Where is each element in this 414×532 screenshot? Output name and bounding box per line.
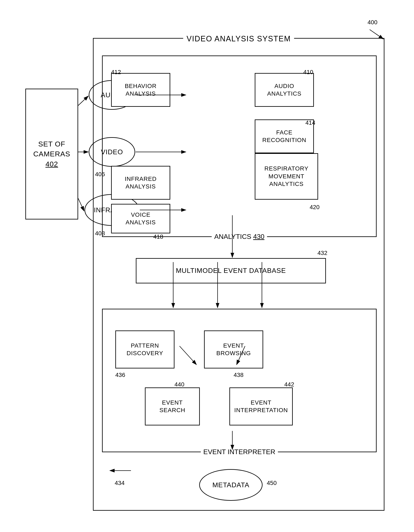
behavior-analysis-box: BEHAVIORANALYSIS: [111, 73, 170, 107]
event-search-box: EVENTSEARCH: [145, 388, 200, 426]
ref-442: 442: [284, 381, 294, 388]
event-interpretation-box: EVENTINTERPRETATION: [229, 388, 293, 426]
ref-410: 410: [303, 69, 313, 76]
metadata-label: METADATA: [212, 481, 249, 489]
analytics-box: ANALYTICS 430 BEHAVIORANALYSIS 412 AUDIO…: [102, 56, 377, 237]
ref-436: 436: [115, 372, 125, 378]
voice-analysis-box: VOICEANALYSIS: [111, 204, 170, 233]
ref-412: 412: [111, 69, 121, 76]
ref-420: 420: [310, 204, 320, 211]
ref-432: 432: [317, 250, 327, 256]
cameras-label-line2: CAMERAS: [33, 149, 70, 159]
video-analysis-title: VIDEO ANALYSIS SYSTEM: [183, 34, 294, 43]
event-interpreter-label: EVENT INTERPRETER: [201, 448, 278, 456]
cameras-label-line1: SET OF: [33, 139, 70, 149]
svg-line-4: [78, 198, 84, 211]
face-recognition-box: FACERECOGNITION: [255, 119, 314, 153]
event-browsing-box: EVENTBROWSING: [204, 331, 263, 369]
pattern-discovery-box: PATTERNDISCOVERY: [115, 331, 175, 369]
ref-440: 440: [175, 381, 184, 388]
cameras-ref: 402: [33, 159, 70, 169]
svg-line-1: [370, 29, 383, 39]
metadata-ellipse: METADATA: [199, 469, 263, 501]
ref-400: 400: [367, 19, 377, 26]
analytics-label: ANALYTICS 430: [212, 233, 267, 241]
cameras-box: SET OF CAMERAS 402: [25, 89, 78, 219]
respiratory-box: RESPIRATORYMOVEMENTANALYTICS: [255, 153, 318, 200]
video-analysis-box: VIDEO ANALYSIS SYSTEM ANALYTICS 430 BEHA…: [93, 38, 384, 511]
audio-analytics-box: AUDIOANALYTICS: [255, 73, 314, 107]
infrared-analysis-box: INFRAREDANALYSIS: [111, 166, 170, 200]
ref-438: 438: [234, 372, 244, 378]
ref-414: 414: [306, 119, 315, 126]
svg-line-2: [78, 96, 88, 105]
ref-418: 418: [153, 233, 163, 240]
diagram-container: 400 SET OF CAMERAS 402 AUDIO 404 VIDEO 4…: [13, 17, 401, 523]
event-interpreter-box: EVENT INTERPRETER PATTERNDISCOVERY 436 E…: [102, 309, 377, 452]
ref-450: 450: [267, 480, 277, 486]
multimodel-db-box: MULTIMODEL EVENT DATABASE: [136, 258, 326, 283]
ref-434: 434: [115, 480, 125, 486]
